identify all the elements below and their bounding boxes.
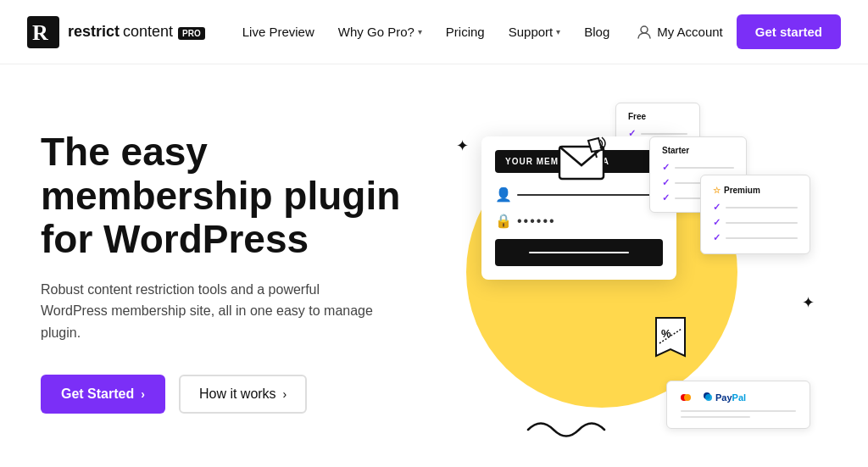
arrow-right-icon-how: › bbox=[283, 387, 287, 401]
hero-buttons: Get Started › How it works › bbox=[41, 375, 431, 414]
star-decoration-1: ✦ bbox=[456, 136, 469, 155]
nav-support[interactable]: Support ▾ bbox=[498, 18, 571, 46]
login-submit-btn bbox=[495, 239, 663, 266]
hero-illustration: ✦ YOUR MEMBER AREA 👤 🔒 •• bbox=[431, 90, 827, 454]
payment-card: PayPal bbox=[666, 381, 810, 429]
row-line bbox=[726, 237, 798, 239]
envelope-decoration bbox=[558, 136, 609, 190]
row-line bbox=[675, 167, 734, 169]
logo-pro: PRO bbox=[178, 27, 205, 40]
logo[interactable]: R restrict content PRO bbox=[27, 16, 205, 48]
nav-live-preview[interactable]: Live Preview bbox=[232, 18, 325, 46]
header: R restrict content PRO Live Preview Why … bbox=[0, 0, 868, 64]
username-line bbox=[517, 194, 663, 196]
svg-point-8 bbox=[705, 394, 712, 401]
get-started-button-header[interactable]: Get started bbox=[737, 14, 841, 49]
logo-content: content bbox=[123, 23, 173, 41]
nav-pricing[interactable]: Pricing bbox=[436, 18, 495, 46]
hero-left: The easy membership plugin for WordPress… bbox=[41, 131, 431, 413]
my-account-link[interactable]: My Account bbox=[637, 25, 723, 40]
row-line bbox=[726, 222, 798, 224]
pricing-free-label: Free bbox=[628, 112, 687, 121]
pricing-row: ✓ bbox=[713, 217, 798, 228]
svg-point-2 bbox=[641, 26, 648, 33]
header-right: My Account Get started bbox=[637, 14, 841, 49]
get-started-button-hero[interactable]: Get Started › bbox=[41, 375, 165, 414]
row-line bbox=[726, 207, 798, 208]
nav-why-go-pro[interactable]: Why Go Pro? ▾ bbox=[328, 18, 432, 46]
paypal-icon: PayPal bbox=[703, 392, 746, 403]
pricing-premium-label: ☆ Premium bbox=[713, 186, 798, 195]
hero-title: The easy membership plugin for WordPress bbox=[41, 131, 431, 262]
check-icon: ✓ bbox=[662, 192, 670, 203]
pricing-card-premium: ☆ Premium ✓ ✓ ✓ bbox=[700, 175, 810, 254]
payment-icons: PayPal bbox=[681, 392, 796, 403]
check-icon: ✓ bbox=[713, 202, 721, 213]
lock-field-icon: 🔒 bbox=[495, 213, 510, 229]
pricing-row: ✓ bbox=[713, 232, 798, 243]
arrow-right-icon: › bbox=[141, 387, 145, 401]
star-icon: ☆ bbox=[713, 186, 721, 195]
pricing-starter-label: Starter bbox=[662, 146, 734, 155]
user-icon bbox=[637, 25, 652, 40]
hero-section: The easy membership plugin for WordPress… bbox=[0, 64, 868, 467]
card-dot-orange bbox=[684, 394, 691, 401]
how-it-works-button[interactable]: How it works › bbox=[179, 375, 307, 414]
svg-text:%: % bbox=[661, 327, 671, 340]
check-icon: ✓ bbox=[662, 162, 670, 173]
login-btn-line bbox=[529, 252, 630, 253]
pricing-row: ✓ bbox=[713, 202, 798, 213]
password-dots: •••••• bbox=[517, 214, 556, 229]
check-icon: ✓ bbox=[713, 232, 721, 243]
chevron-down-icon: ▾ bbox=[418, 27, 422, 36]
user-field-icon: 👤 bbox=[495, 186, 510, 203]
payment-line-2 bbox=[681, 416, 750, 418]
login-password-field: 🔒 •••••• bbox=[495, 213, 663, 229]
star-decoration-2: ✦ bbox=[802, 293, 815, 312]
envelope-svg bbox=[558, 136, 609, 183]
logo-text: restrict content PRO bbox=[68, 23, 205, 41]
check-icon: ✓ bbox=[662, 177, 670, 188]
credit-card-icon bbox=[681, 394, 691, 401]
main-nav: Live Preview Why Go Pro? ▾ Pricing Suppo… bbox=[232, 18, 637, 46]
paypal-text: PayPal bbox=[715, 392, 746, 403]
chevron-down-icon-support: ▾ bbox=[556, 27, 560, 36]
hero-subtitle: Robust content restriction tools and a p… bbox=[41, 279, 380, 344]
pricing-row: ✓ bbox=[662, 162, 734, 173]
svg-text:R: R bbox=[32, 20, 48, 45]
logo-icon: R bbox=[27, 16, 59, 48]
pricing-premium-rows: ✓ ✓ ✓ bbox=[713, 202, 798, 243]
payment-line-1 bbox=[681, 410, 796, 412]
squiggle-decoration bbox=[524, 413, 609, 442]
logo-restrict: restrict bbox=[68, 23, 120, 41]
discount-tag-decoration: % bbox=[649, 314, 692, 370]
nav-blog[interactable]: Blog bbox=[574, 18, 620, 46]
check-icon: ✓ bbox=[713, 217, 721, 228]
payment-lines bbox=[681, 410, 796, 418]
row-line bbox=[641, 133, 687, 135]
